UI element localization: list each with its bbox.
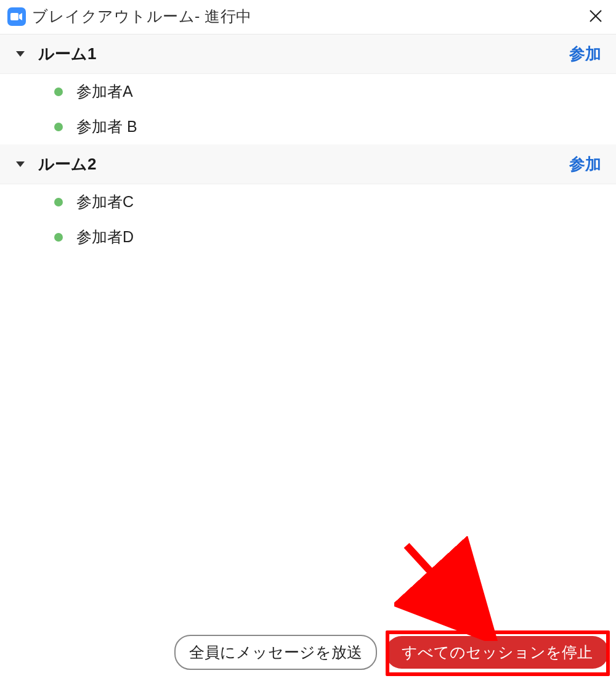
presence-dot-icon — [54, 198, 63, 206]
participant-row: 参加者 B — [0, 109, 616, 144]
participant-row: 参加者D — [0, 219, 616, 255]
participant-row: 参加者A — [0, 74, 616, 109]
participant-name: 参加者C — [76, 192, 134, 212]
participant-name: 参加者A — [76, 81, 133, 102]
window-title: ブレイクアウトルーム- 進行中 — [32, 6, 585, 27]
room-header-1[interactable]: ルーム1 参加 — [0, 35, 616, 74]
room-name: ルーム1 — [38, 43, 569, 65]
presence-dot-icon — [54, 233, 63, 242]
room-header-2[interactable]: ルーム2 参加 — [0, 144, 616, 184]
chevron-down-icon — [16, 161, 25, 167]
rooms-list: ルーム1 参加 参加者A 参加者 B ルーム2 参加 参加者C 参加者D — [0, 35, 616, 255]
broadcast-button[interactable]: 全員にメッセージを放送 — [174, 635, 377, 670]
join-button[interactable]: 参加 — [569, 153, 601, 175]
zoom-app-icon — [7, 7, 26, 26]
room-name: ルーム2 — [38, 153, 569, 175]
close-icon[interactable] — [585, 7, 606, 26]
annotation-arrow-icon — [394, 536, 505, 641]
svg-line-4 — [407, 545, 474, 619]
participant-row: 参加者C — [0, 184, 616, 219]
presence-dot-icon — [54, 88, 63, 96]
chevron-down-icon — [16, 51, 25, 57]
join-button[interactable]: 参加 — [569, 43, 601, 65]
presence-dot-icon — [54, 123, 63, 131]
participant-name: 参加者 B — [76, 116, 137, 137]
svg-rect-0 — [10, 13, 18, 20]
participant-name: 参加者D — [76, 227, 134, 247]
stop-all-sessions-button[interactable]: すべてのセッションを停止 — [386, 636, 609, 669]
footer: 全員にメッセージを放送 すべてのセッションを停止 — [0, 635, 616, 681]
titlebar: ブレイクアウトルーム- 進行中 — [0, 0, 616, 35]
